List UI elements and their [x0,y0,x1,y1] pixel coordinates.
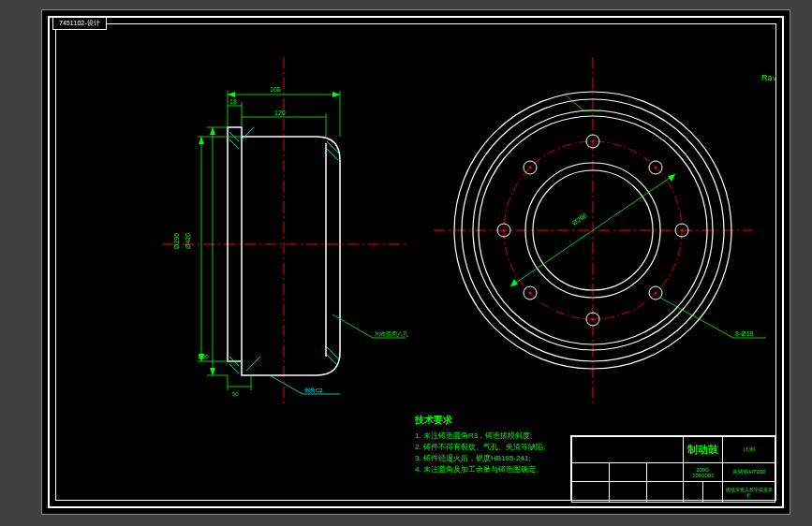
bolt-holes-label: 8-Ø18 [735,330,754,337]
company-field: 图纸审查人签字或盖章栏 [723,482,775,503]
svg-marker-66 [510,279,518,286]
svg-point-58 [655,167,657,169]
svg-point-61 [592,318,595,321]
title-block: 制动鼓 比例 2000-1001001 灰铸铁HT200 图纸审查人签字或盖章栏 [570,435,776,501]
svg-line-15 [246,357,260,371]
svg-marker-34 [199,137,204,144]
tech-note-2: 2. 铸件不得有裂纹、气孔、夹渣等缺陷; [415,442,545,453]
svg-line-14 [242,127,254,139]
svg-point-59 [681,229,684,232]
surface-finish-mark: Ra√ [761,73,777,82]
part-name: 制动鼓 [684,437,723,463]
svg-line-7 [229,139,239,149]
dim-bottom: 50 [232,391,239,397]
svg-line-38 [332,314,373,338]
material: 灰铸铁HT200 [723,463,775,482]
dim-inner-dia: Ø296 [173,233,180,249]
svg-line-9 [229,364,239,373]
technical-requirements: 技术要求 1. 未注铸造圆角R3，铸造拔模斜度; 2. 铸件不得有裂纹、气孔、夹… [415,413,545,475]
svg-marker-33 [210,368,215,375]
dim-bolt-circle: Ø296 [571,212,588,226]
dim-flange: 18 [229,98,237,105]
dim-length-total: 160 [270,86,281,93]
svg-line-70 [660,298,733,338]
dim-outer-dia: Ø420 [185,233,191,249]
svg-point-60 [655,292,657,295]
cad-viewport: Ø420 Ø296 160 18 120 50 1:20 均布圆周八孔 [0,0,812,526]
tech-notes-title: 技术要求 [415,413,545,427]
dim-label-left: 1:20 [198,354,209,359]
svg-point-64 [529,167,532,169]
svg-line-68 [565,95,583,110]
svg-line-40 [270,375,303,394]
drawing-number: 2000-1001001 [684,463,723,482]
svg-point-62 [529,292,532,295]
tech-note-1: 1. 未注铸造圆角R3，铸造拔模斜度; [415,431,545,442]
tech-note-3: 3. 铸件经退火后，硬度HB185-241; [415,453,545,464]
dim-length-mid: 120 [274,110,286,116]
svg-marker-67 [668,174,675,182]
tech-note-4: 4. 未注圆角及加工余量与铸造图确定。 [415,464,545,475]
svg-marker-37 [332,92,340,97]
svg-marker-36 [228,92,235,97]
drawing-sheet: Ø420 Ø296 160 18 120 50 1:20 均布圆周八孔 [41,9,790,515]
svg-marker-32 [210,127,215,135]
scale-label: 比例 [723,437,775,463]
svg-point-63 [503,229,506,232]
filename-tab[interactable]: 7451102-设计 [52,17,107,30]
svg-point-57 [592,140,595,143]
callout-bottom: 倒角C2 [304,387,323,393]
callout-left: 均布圆周八孔 [374,331,408,337]
